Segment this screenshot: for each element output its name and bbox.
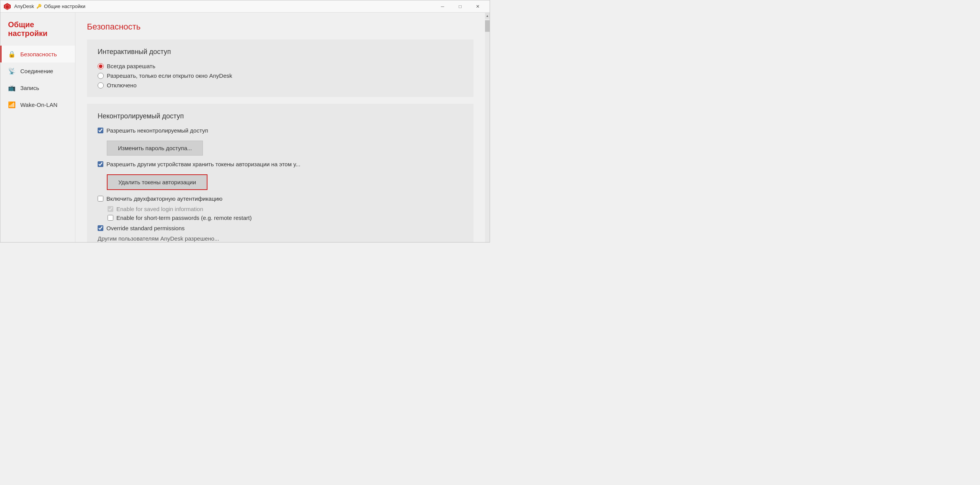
titlebar-icon-key: 🔑 (36, 4, 42, 9)
app-window: AnyDesk 🔑 Общие настройки ─ □ ✕ Общие на… (0, 0, 490, 242)
override-permissions-checkbox[interactable]: Override standard permissions (98, 225, 463, 231)
radio-always-allow-input[interactable] (98, 63, 104, 69)
override-permissions-label: Override standard permissions (106, 225, 185, 231)
interactive-access-title: Интерактивный доступ (98, 48, 463, 56)
radio-always-allow[interactable]: Всегда разрешать (98, 63, 463, 69)
sidebar-item-connection-label: Соединение (20, 68, 53, 74)
radio-always-allow-label: Всегда разрешать (107, 63, 155, 69)
titlebar-title: AnyDesk 🔑 Общие настройки (14, 3, 85, 9)
recording-icon: 📺 (8, 84, 16, 92)
sidebar-item-security-label: Безопасность (20, 51, 57, 57)
titlebar: AnyDesk 🔑 Общие настройки ─ □ ✕ (0, 0, 490, 13)
wake-on-lan-icon: 📶 (8, 101, 16, 108)
enable-short-term-input[interactable] (108, 215, 113, 221)
sidebar-item-wake-on-lan[interactable]: 📶 Wake-On-LAN (0, 96, 75, 113)
radio-disabled-input[interactable] (98, 82, 104, 88)
maximize-button[interactable]: □ (451, 0, 469, 13)
radio-disabled[interactable]: Отключено (98, 82, 463, 88)
allow-uncontrolled-label: Разрешить неконтролируемый доступ (106, 127, 208, 134)
sidebar-item-wake-on-lan-label: Wake-On-LAN (20, 102, 57, 108)
scrollbar-thumb[interactable] (485, 20, 490, 32)
window-controls: ─ □ ✕ (434, 0, 487, 13)
uncontrolled-access-section: Неконтролируемый доступ Разрешить неконт… (87, 104, 474, 242)
other-users-label: Другим пользователям AnyDesk разрешено..… (98, 235, 219, 242)
connection-icon: 📡 (8, 67, 16, 75)
scrollbar[interactable]: ▲ (485, 13, 490, 242)
uncontrolled-access-title: Неконтролируемый доступ (98, 112, 463, 120)
enable-saved-login-label: Enable for saved login information (116, 206, 203, 212)
override-permissions-input[interactable] (98, 225, 103, 231)
radio-allow-if-open[interactable]: Разрешать, только если открыто окно AnyD… (98, 72, 463, 79)
enable-2fa-checkbox[interactable]: Включить двухфакторную аутентификацию (98, 195, 463, 202)
page-title: Безопасность (87, 22, 474, 32)
sidebar-item-security[interactable]: 🔒 Безопасность (0, 46, 75, 62)
enable-2fa-label: Включить двухфакторную аутентификацию (106, 195, 222, 202)
radio-allow-if-open-input[interactable] (98, 73, 104, 79)
delete-tokens-button[interactable]: Удалить токены авторизации (107, 174, 207, 190)
sidebar-item-recording-label: Запись (20, 85, 39, 91)
content-area: Общие настройки 🔒 Безопасность 📡 Соедине… (0, 13, 490, 242)
enable-saved-login-input[interactable] (108, 206, 113, 212)
enable-2fa-input[interactable] (98, 196, 103, 202)
close-button[interactable]: ✕ (469, 0, 487, 13)
interactive-access-options: Всегда разрешать Разрешать, только если … (98, 63, 463, 88)
main-content: Безопасность Интерактивный доступ Всегда… (75, 13, 485, 242)
enable-short-term-label: Enable for short-term passwords (e.g. re… (116, 215, 252, 221)
sidebar-item-connection[interactable]: 📡 Соединение (0, 62, 75, 79)
allow-uncontrolled-checkbox[interactable]: Разрешить неконтролируемый доступ (98, 127, 463, 134)
scrollbar-up[interactable]: ▲ (485, 13, 490, 19)
change-password-button[interactable]: Изменить пароль доступа... (107, 141, 203, 156)
allow-uncontrolled-input[interactable] (98, 128, 103, 133)
sidebar: Общие настройки 🔒 Безопасность 📡 Соедине… (0, 13, 75, 242)
sidebar-item-recording[interactable]: 📺 Запись (0, 79, 75, 96)
sidebar-header: Общие настройки (0, 20, 75, 46)
allow-tokens-label: Разрешить другим устройствам хранить ток… (106, 161, 301, 167)
app-logo (3, 3, 11, 10)
minimize-button[interactable]: ─ (434, 0, 451, 13)
enable-short-term-checkbox[interactable]: Enable for short-term passwords (e.g. re… (108, 215, 463, 221)
radio-disabled-label: Отключено (107, 82, 137, 88)
radio-allow-if-open-label: Разрешать, только если открыто окно AnyD… (107, 72, 232, 79)
allow-tokens-checkbox[interactable]: Разрешить другим устройствам хранить ток… (98, 161, 463, 167)
security-icon: 🔒 (8, 50, 16, 58)
enable-saved-login-checkbox[interactable]: Enable for saved login information (108, 206, 463, 212)
allow-tokens-input[interactable] (98, 161, 103, 167)
interactive-access-section: Интерактивный доступ Всегда разрешать Ра… (87, 39, 474, 97)
other-users-text: Другим пользователям AnyDesk разрешено..… (98, 235, 463, 242)
